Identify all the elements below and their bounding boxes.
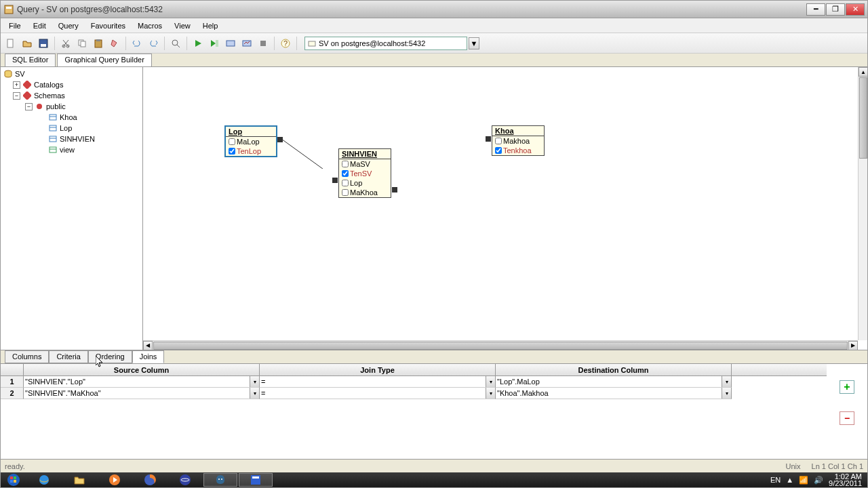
grid-header-jointype[interactable]: Join Type: [260, 364, 496, 375]
dropdown-icon[interactable]: ▾: [722, 388, 731, 399]
grid-cell-dest[interactable]: "Khoa".Makhoa▾: [496, 388, 732, 399]
canvas-table-sinhvien[interactable]: SINHVIEN MaSV TenSV Lop MaKhoa: [338, 148, 391, 198]
cancel-icon[interactable]: [256, 36, 271, 51]
maximize-button[interactable]: ❐: [826, 3, 845, 16]
minimize-button[interactable]: ━: [806, 3, 825, 16]
taskbar-eclipse-icon[interactable]: [168, 473, 202, 487]
close-button[interactable]: ✕: [846, 3, 865, 16]
dropdown-icon[interactable]: ▾: [722, 376, 731, 387]
execute-pgscript-icon[interactable]: [207, 36, 222, 51]
canvas-table-lop[interactable]: Lop MaLop TenLop: [224, 125, 277, 157]
start-button[interactable]: [1, 472, 26, 487]
help-icon[interactable]: ?: [278, 36, 293, 51]
remove-join-button[interactable]: −: [840, 411, 854, 425]
grid-cell-source[interactable]: "SINHVIEN"."MaKhoa"▾: [24, 388, 260, 399]
grid-cell-jointype[interactable]: =▾: [260, 376, 496, 388]
explain-icon[interactable]: [223, 36, 238, 51]
dropdown-icon[interactable]: ▾: [486, 388, 495, 399]
execute-icon[interactable]: [191, 36, 205, 51]
taskbar-pgadmin-icon[interactable]: [203, 473, 237, 487]
taskbar-ie-icon[interactable]: [27, 473, 61, 487]
taskbar-app-icon[interactable]: [239, 473, 273, 487]
tree-table-khoa[interactable]: Khoa: [60, 113, 77, 121]
clear-icon[interactable]: [107, 36, 122, 51]
tray-date[interactable]: 9/23/2011: [829, 480, 862, 487]
tray-lang[interactable]: EN: [770, 476, 781, 484]
svg-rect-10: [96, 39, 100, 41]
menu-file[interactable]: File: [3, 20, 26, 31]
taskbar-firefox-icon[interactable]: [133, 473, 167, 487]
copy-icon[interactable]: [75, 36, 90, 51]
database-selector[interactable]: SV on postgres@localhost:5432: [304, 37, 467, 50]
tab-joins[interactable]: Joins: [132, 350, 165, 363]
tab-columns[interactable]: Columns: [5, 350, 49, 363]
add-join-button[interactable]: +: [840, 380, 854, 394]
joins-grid: Source Column Join Type Destination Colu…: [1, 364, 867, 459]
tab-ordering[interactable]: Ordering: [88, 350, 132, 363]
grid-cell-jointype[interactable]: =▾: [260, 388, 496, 399]
menu-favourites[interactable]: Favourites: [85, 20, 131, 31]
expand-toggle[interactable]: +: [13, 81, 20, 89]
tree-schemas[interactable]: Schemas: [34, 92, 65, 100]
tab-criteria[interactable]: Criteria: [49, 350, 87, 363]
dropdown-icon[interactable]: ▾: [486, 376, 495, 387]
tree-catalogs[interactable]: Catalogs: [34, 81, 63, 89]
menu-view[interactable]: View: [169, 20, 196, 31]
grid-header-source[interactable]: Source Column: [24, 364, 260, 375]
tree-view[interactable]: view: [60, 146, 75, 154]
app-icon: [3, 4, 14, 15]
taskbar-mediaplayer-icon[interactable]: [98, 473, 132, 487]
col-checkbox[interactable]: [342, 161, 349, 167]
grid-row-num[interactable]: 2: [1, 388, 24, 399]
collapse-toggle[interactable]: −: [25, 103, 33, 110]
cut-icon[interactable]: [58, 36, 73, 51]
tab-sql-editor[interactable]: SQL Editor: [5, 54, 56, 66]
menu-macros[interactable]: Macros: [132, 20, 167, 31]
collapse-toggle[interactable]: −: [13, 92, 20, 100]
new-icon[interactable]: [3, 36, 18, 51]
undo-icon[interactable]: [130, 36, 144, 51]
table-icon: [48, 113, 58, 122]
join-handle[interactable]: [392, 187, 397, 192]
grid-cell-source[interactable]: "SINHVIEN"."Lop"▾: [24, 376, 260, 388]
menu-edit[interactable]: Edit: [28, 20, 52, 31]
tree-root[interactable]: SV: [15, 70, 25, 78]
tree-table-lop[interactable]: Lop: [60, 124, 72, 132]
save-icon[interactable]: [36, 36, 51, 51]
grid-cell-dest[interactable]: "Lop".MaLop▾: [496, 376, 732, 388]
tree-public[interactable]: public: [46, 102, 66, 110]
table-col-label: MaLop: [237, 138, 260, 146]
tray-network-icon[interactable]: 📶: [799, 476, 808, 485]
grid-header-dest[interactable]: Destination Column: [496, 364, 732, 375]
horizontal-scrollbar[interactable]: ◀ ▶: [143, 340, 858, 350]
col-checkbox[interactable]: [229, 138, 235, 145]
tab-graphical-query-builder[interactable]: Graphical Query Builder: [57, 54, 151, 66]
menu-help[interactable]: Help: [197, 20, 224, 31]
tray-flag-icon[interactable]: ▲: [786, 476, 793, 484]
vertical-scrollbar[interactable]: ▲: [858, 67, 867, 340]
dropdown-icon[interactable]: ▾: [250, 388, 259, 399]
query-canvas[interactable]: = Lop MaLop TenLop SINHVIEN MaSV TenSV L…: [143, 67, 867, 350]
tree-table-sinhvien[interactable]: SINHVIEN: [60, 135, 95, 143]
col-checkbox[interactable]: [342, 180, 349, 186]
join-handle[interactable]: [277, 137, 283, 142]
col-checkbox[interactable]: [495, 138, 502, 144]
canvas-table-khoa[interactable]: Khoa Makhoa Tenkhoa: [492, 125, 545, 156]
find-icon[interactable]: [168, 36, 183, 51]
col-checkbox[interactable]: [342, 189, 349, 196]
database-selector-arrow[interactable]: ▼: [469, 37, 479, 49]
paste-icon[interactable]: [91, 36, 106, 51]
col-checkbox[interactable]: [495, 147, 502, 154]
open-icon[interactable]: [20, 36, 35, 51]
taskbar-explorer-icon[interactable]: [62, 473, 96, 487]
grid-row-num[interactable]: 1: [1, 376, 24, 388]
tray-volume-icon[interactable]: 🔊: [814, 476, 823, 485]
redo-icon[interactable]: [146, 36, 161, 51]
col-checkbox[interactable]: [342, 170, 349, 177]
explain-analyze-icon[interactable]: [239, 36, 254, 51]
join-handle[interactable]: [332, 178, 338, 183]
dropdown-icon[interactable]: ▾: [250, 376, 259, 387]
menu-query[interactable]: Query: [53, 20, 84, 31]
col-checkbox[interactable]: [229, 148, 235, 155]
join-handle[interactable]: [486, 136, 491, 142]
